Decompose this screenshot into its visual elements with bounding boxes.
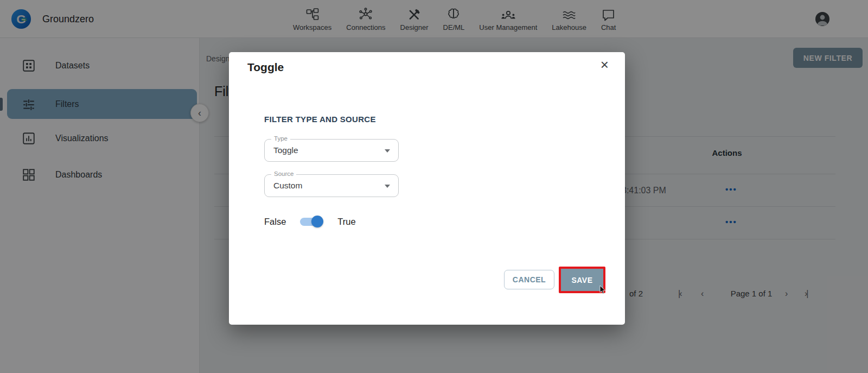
dropdown-arrow-icon [385, 149, 390, 153]
section-heading: FILTER TYPE AND SOURCE [264, 115, 376, 124]
type-select-value: Toggle [273, 140, 298, 162]
close-icon[interactable]: × [601, 58, 609, 72]
source-select-value: Custom [273, 175, 302, 198]
toggle-off-label: False [264, 217, 286, 227]
modal-title: Toggle [247, 61, 284, 74]
toggle-row: False True [264, 213, 356, 230]
toggle-thumb [311, 216, 323, 227]
toggle-switch[interactable] [300, 218, 323, 226]
toggle-modal: Toggle × FILTER TYPE AND SOURCE Type Tog… [229, 52, 625, 325]
type-select[interactable]: Type Toggle [264, 139, 399, 162]
save-button[interactable]: SAVE [559, 267, 605, 293]
cancel-button[interactable]: CANCEL [504, 270, 554, 289]
app-screen: G Groundzero Workspaces [0, 0, 868, 373]
mouse-cursor [599, 286, 607, 294]
dropdown-arrow-icon [385, 185, 390, 188]
source-select[interactable]: Source Custom [264, 174, 399, 197]
toggle-on-label: True [337, 217, 355, 227]
